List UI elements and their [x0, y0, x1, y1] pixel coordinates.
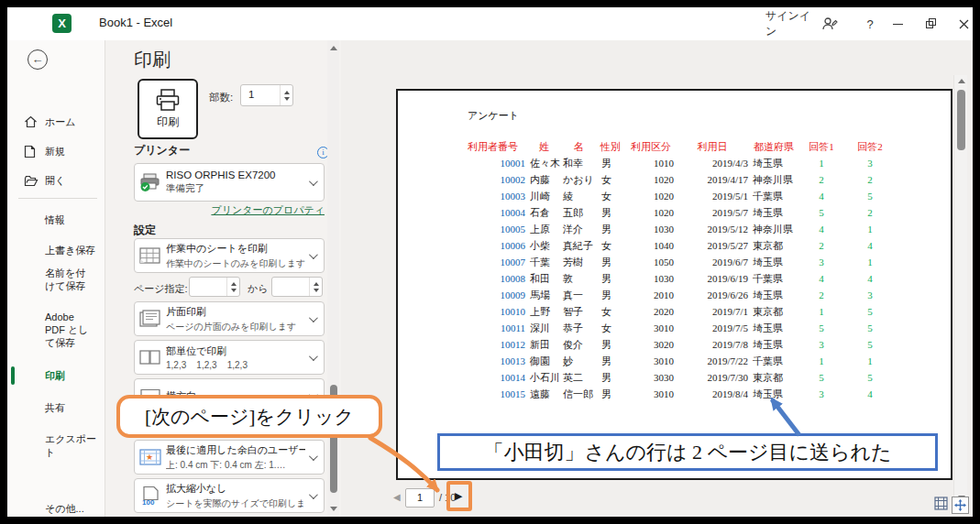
- table-row: 10002内藤かおり女10202019/4/17神奈川県22: [458, 171, 897, 188]
- close-icon: [959, 19, 969, 29]
- sidebar-item-home[interactable]: ホーム: [7, 112, 105, 132]
- collate-subtitle: 1,2,3 1,2,3 1,2,3: [166, 360, 305, 370]
- scaling-subtitle: シートを実際のサイズで印刷します: [166, 497, 305, 510]
- sidebar-item-save-as-adobe-pdf[interactable]: Adobe PDF として保存: [7, 311, 95, 349]
- column-header: 都道府県: [748, 138, 799, 155]
- column-header: 回答1: [799, 138, 843, 155]
- spin-down-icon[interactable]: [314, 289, 319, 292]
- preview-scrollbar[interactable]: [953, 75, 967, 504]
- annotation-next-page-callout: [次のページ]をクリック: [116, 395, 382, 438]
- copies-value[interactable]: 1: [241, 85, 280, 105]
- page-title: 印刷: [134, 48, 171, 72]
- minimize-icon: [893, 24, 903, 25]
- printer-status-icon: [135, 172, 166, 192]
- table-row: 10005上原洋介男10302019/5/12神奈川県41: [458, 221, 897, 237]
- printer-status: 準備完了: [166, 182, 305, 195]
- duplex-select[interactable]: 片面印刷 ページの片面のみを印刷します: [134, 301, 325, 336]
- table-row: 10004石倉五郎男10202019/5/7埼玉県52: [458, 204, 897, 221]
- pages-to-label: から: [248, 282, 269, 296]
- scaling-select[interactable]: 100 拡大縮小なし シートを実際のサイズで印刷します: [134, 478, 325, 513]
- sidebar-item-more[interactable]: その他...: [7, 498, 105, 519]
- previous-page-button[interactable]: ◀: [393, 492, 401, 502]
- column-header: 利用者番号: [458, 138, 527, 155]
- pages-label: ページ指定:: [134, 282, 188, 296]
- sidebar-item-share[interactable]: 共有: [7, 398, 105, 418]
- printer-section-label: プリンター: [134, 143, 190, 158]
- maximize-button[interactable]: [919, 13, 941, 35]
- home-icon: [24, 115, 39, 128]
- signin-button[interactable]: サインイン: [765, 13, 817, 35]
- scrollbar-thumb[interactable]: [957, 90, 965, 150]
- table-row: 10011深川恭子女30102019/7/5埼玉県55: [458, 320, 897, 336]
- column-header: 名: [561, 138, 596, 155]
- pages-from-input[interactable]: [189, 277, 240, 297]
- pages-to-input[interactable]: [271, 277, 323, 297]
- zoom-to-page-button[interactable]: [952, 497, 969, 514]
- settings-scrollbar[interactable]: [327, 40, 339, 517]
- page-number-input[interactable]: 1: [405, 488, 435, 508]
- column-header: 利用日: [677, 138, 748, 155]
- sidebar-item-info[interactable]: 情報: [7, 210, 105, 230]
- collate-pages-icon: [135, 350, 166, 365]
- window-title: Book1 - Excel: [99, 16, 172, 29]
- scroll-up-icon[interactable]: [958, 79, 965, 83]
- margins-select[interactable]: ★ 最後に適用した余白のユーザー設定 上: 0.4 cm 下: 0.4 cm 左…: [134, 440, 325, 475]
- svg-text:★: ★: [146, 453, 153, 462]
- printer-name: RISO ORPHIS EX7200: [166, 169, 305, 180]
- person-edit-icon[interactable]: [817, 13, 842, 35]
- backstage-nav: ← ホーム 新規 開く 情報 上書き保存 名前を付けて保存 Adobe PDF …: [7, 40, 105, 517]
- chevron-down-icon: [309, 177, 318, 186]
- duplex-title: 片面印刷: [166, 305, 305, 319]
- copies-stepper[interactable]: 1: [240, 84, 293, 106]
- scroll-up-icon[interactable]: [330, 46, 337, 50]
- column-header: 利用区分: [625, 138, 677, 155]
- annotation-odagiri-callout: 「小田切」さんの行は 2 ページ目に送られた: [437, 433, 938, 471]
- preview-table: 利用者番号姓名性別利用区分利用日都道府県回答1回答2 10001佐々木和幸男10…: [458, 138, 897, 402]
- scroll-down-icon[interactable]: [330, 507, 337, 511]
- spin-down-icon[interactable]: [231, 289, 237, 292]
- sidebar-item-export[interactable]: エクスポート: [7, 436, 105, 456]
- minimize-button[interactable]: [886, 13, 908, 35]
- collate-select[interactable]: 部単位で印刷 1,2,3 1,2,3 1,2,3: [134, 340, 325, 375]
- spin-up-icon[interactable]: [231, 282, 237, 286]
- sidebar-item-print[interactable]: 印刷: [7, 366, 105, 386]
- show-margins-button[interactable]: [934, 497, 948, 514]
- nav-divider: [18, 198, 97, 199]
- zoom-to-page-icon: [954, 499, 966, 511]
- chevron-down-icon: [309, 490, 318, 499]
- table-row: 10014小石川英二男30302019/7/30東京都55: [458, 369, 897, 386]
- sidebar-item-new[interactable]: 新規: [7, 141, 105, 161]
- page-navigation: ◀ 1 / 10 ▶: [341, 480, 973, 517]
- sheet-icon: [135, 247, 166, 265]
- sidebar-item-open[interactable]: 開く: [7, 170, 105, 191]
- preview-corner-tools: [934, 497, 969, 514]
- back-button[interactable]: ←: [28, 49, 48, 70]
- print-what-title: 作業中のシートを印刷: [166, 242, 305, 256]
- spin-down-icon[interactable]: [284, 97, 290, 101]
- sidebar-item-label: 新規: [45, 145, 65, 158]
- print-what-select[interactable]: 作業中のシートを印刷 作業中のシートのみを印刷します: [134, 238, 325, 273]
- show-margins-icon: [934, 497, 948, 510]
- close-button[interactable]: [952, 13, 974, 35]
- spin-up-icon[interactable]: [284, 91, 290, 94]
- table-row: 10007千葉芳樹男10502019/6/7埼玉県31: [458, 254, 897, 270]
- sheet-title: アンケート: [468, 109, 519, 123]
- sidebar-item-label: ホーム: [45, 115, 76, 129]
- sidebar-item-save-as[interactable]: 名前を付けて保存: [7, 267, 95, 292]
- spin-up-icon[interactable]: [314, 282, 319, 286]
- table-row: 10008和田敦男10302019/6/19千葉県44: [458, 270, 897, 287]
- sidebar-item-label: 開く: [45, 174, 65, 188]
- printer-select[interactable]: RISO ORPHIS EX7200 準備完了: [134, 163, 325, 202]
- excel-app-icon: X: [52, 14, 72, 33]
- printer-icon: [154, 88, 182, 112]
- print-button[interactable]: 印刷: [138, 79, 198, 139]
- chevron-down-icon: [309, 452, 318, 461]
- next-page-highlight-box: [446, 481, 472, 511]
- copies-spin-buttons[interactable]: [280, 85, 292, 105]
- margins-title: 最後に適用した余白のユーザー設定: [166, 443, 305, 457]
- help-button[interactable]: ?: [861, 13, 879, 35]
- settings-section-label: 設定: [134, 223, 156, 238]
- column-header: 性別: [596, 138, 625, 155]
- sidebar-item-save[interactable]: 上書き保存: [7, 240, 105, 260]
- printer-properties-link[interactable]: プリンターのプロパティ: [134, 203, 325, 217]
